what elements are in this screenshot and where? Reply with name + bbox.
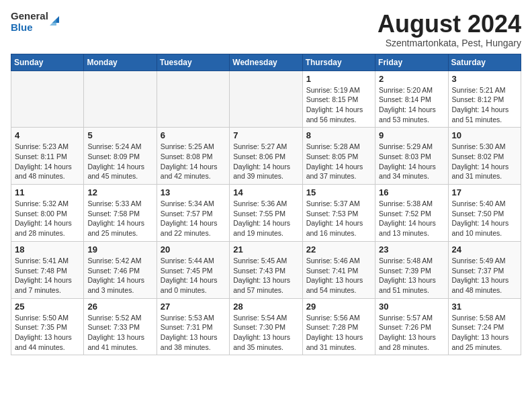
day-info: Sunrise: 5:50 AMSunset: 7:35 PMDaylight:… [15,313,80,353]
calendar-cell: 22Sunrise: 5:46 AMSunset: 7:41 PMDayligh… [302,241,375,298]
day-number: 1 [306,74,371,84]
calendar-cell: 18Sunrise: 5:41 AMSunset: 7:48 PMDayligh… [11,241,84,298]
calendar-cell: 29Sunrise: 5:56 AMSunset: 7:28 PMDayligh… [302,298,375,355]
day-info: Sunrise: 5:57 AMSunset: 7:26 PMDaylight:… [379,313,444,353]
day-info: Sunrise: 5:19 AMSunset: 8:15 PMDaylight:… [306,85,371,125]
calendar-week-row: 18Sunrise: 5:41 AMSunset: 7:48 PMDayligh… [11,241,521,298]
day-number: 23 [379,244,444,255]
day-info: Sunrise: 5:25 AMSunset: 8:08 PMDaylight:… [161,142,226,181]
day-info: Sunrise: 5:37 AMSunset: 7:53 PMDaylight:… [306,199,371,238]
day-info: Sunrise: 5:49 AMSunset: 7:37 PMDaylight:… [452,256,517,295]
calendar-cell: 5Sunrise: 5:24 AMSunset: 8:09 PMDaylight… [84,128,157,185]
day-info: Sunrise: 5:30 AMSunset: 8:02 PMDaylight:… [452,142,517,181]
location-subtitle: Szentmartonkata, Pest, Hungary [378,38,521,48]
day-number: 30 [379,302,444,312]
day-number: 21 [233,244,298,255]
day-number: 7 [233,130,298,140]
calendar-cell: 28Sunrise: 5:54 AMSunset: 7:30 PMDayligh… [230,298,302,355]
weekday-header: Monday [84,54,157,71]
day-number: 4 [15,130,80,140]
page-header: General Blue August 2024 Szentmartonkata… [11,11,521,48]
day-number: 6 [161,130,226,140]
title-block: August 2024 Szentmartonkata, Pest, Hunga… [378,11,521,48]
weekday-header: Tuesday [157,54,229,71]
calendar-week-row: 25Sunrise: 5:50 AMSunset: 7:35 PMDayligh… [11,298,521,355]
calendar-cell: 21Sunrise: 5:45 AMSunset: 7:43 PMDayligh… [230,241,302,298]
day-info: Sunrise: 5:28 AMSunset: 8:05 PMDaylight:… [306,142,371,181]
day-number: 26 [87,302,152,312]
calendar-cell: 27Sunrise: 5:53 AMSunset: 7:31 PMDayligh… [157,298,229,355]
weekday-header: Thursday [302,54,375,71]
calendar-cell [11,71,84,128]
day-info: Sunrise: 5:54 AMSunset: 7:30 PMDaylight:… [233,313,298,353]
day-number: 31 [452,302,517,312]
weekday-header: Saturday [448,54,521,71]
day-number: 15 [306,187,371,197]
day-number: 3 [452,74,517,84]
day-number: 19 [87,244,152,255]
calendar-cell [84,71,157,128]
svg-marker-1 [50,19,56,26]
day-info: Sunrise: 5:46 AMSunset: 7:41 PMDaylight:… [306,256,371,295]
day-info: Sunrise: 5:40 AMSunset: 7:50 PMDaylight:… [452,199,517,238]
day-info: Sunrise: 5:21 AMSunset: 8:12 PMDaylight:… [452,85,517,125]
calendar-cell: 20Sunrise: 5:44 AMSunset: 7:45 PMDayligh… [157,241,229,298]
weekday-header: Friday [375,54,448,71]
day-number: 5 [87,130,152,140]
day-info: Sunrise: 5:33 AMSunset: 7:58 PMDaylight:… [87,199,152,238]
calendar-cell: 31Sunrise: 5:58 AMSunset: 7:24 PMDayligh… [448,298,521,355]
calendar-cell [230,71,302,128]
day-number: 25 [15,302,80,312]
day-info: Sunrise: 5:20 AMSunset: 8:14 PMDaylight:… [379,85,444,125]
calendar-cell: 9Sunrise: 5:29 AMSunset: 8:03 PMDaylight… [375,128,448,185]
day-info: Sunrise: 5:52 AMSunset: 7:33 PMDaylight:… [87,313,152,353]
day-number: 8 [306,130,371,140]
calendar-cell: 10Sunrise: 5:30 AMSunset: 8:02 PMDayligh… [448,128,521,185]
calendar-week-row: 11Sunrise: 5:32 AMSunset: 8:00 PMDayligh… [11,185,521,242]
calendar-cell: 26Sunrise: 5:52 AMSunset: 7:33 PMDayligh… [84,298,157,355]
day-info: Sunrise: 5:58 AMSunset: 7:24 PMDaylight:… [452,313,517,353]
day-number: 9 [379,130,444,140]
day-info: Sunrise: 5:44 AMSunset: 7:45 PMDaylight:… [161,256,226,295]
calendar-cell: 11Sunrise: 5:32 AMSunset: 8:00 PMDayligh… [11,185,84,242]
day-number: 28 [233,302,298,312]
day-number: 29 [306,302,371,312]
day-info: Sunrise: 5:41 AMSunset: 7:48 PMDaylight:… [15,256,80,295]
day-number: 17 [452,187,517,197]
logo-triangle-icon [50,13,62,28]
calendar-cell: 19Sunrise: 5:42 AMSunset: 7:46 PMDayligh… [84,241,157,298]
day-info: Sunrise: 5:56 AMSunset: 7:28 PMDaylight:… [306,313,371,353]
calendar-cell: 24Sunrise: 5:49 AMSunset: 7:37 PMDayligh… [448,241,521,298]
calendar-cell: 13Sunrise: 5:34 AMSunset: 7:57 PMDayligh… [157,185,229,242]
day-info: Sunrise: 5:53 AMSunset: 7:31 PMDaylight:… [161,313,226,353]
calendar-cell: 16Sunrise: 5:38 AMSunset: 7:52 PMDayligh… [375,185,448,242]
calendar-cell: 4Sunrise: 5:23 AMSunset: 8:11 PMDaylight… [11,128,84,185]
calendar-table: SundayMondayTuesdayWednesdayThursdayFrid… [11,54,521,356]
day-info: Sunrise: 5:42 AMSunset: 7:46 PMDaylight:… [87,256,152,295]
calendar-cell: 25Sunrise: 5:50 AMSunset: 7:35 PMDayligh… [11,298,84,355]
logo-text: General Blue [11,11,62,33]
weekday-header: Sunday [11,54,84,71]
day-number: 16 [379,187,444,197]
day-number: 24 [452,244,517,255]
day-info: Sunrise: 5:38 AMSunset: 7:52 PMDaylight:… [379,199,444,238]
day-info: Sunrise: 5:29 AMSunset: 8:03 PMDaylight:… [379,142,444,181]
day-info: Sunrise: 5:27 AMSunset: 8:06 PMDaylight:… [233,142,298,181]
day-number: 20 [161,244,226,255]
day-number: 10 [452,130,517,140]
calendar-cell: 1Sunrise: 5:19 AMSunset: 8:15 PMDaylight… [302,71,375,128]
day-number: 18 [15,244,80,255]
day-info: Sunrise: 5:48 AMSunset: 7:39 PMDaylight:… [379,256,444,295]
day-number: 2 [379,74,444,84]
calendar-cell [157,71,229,128]
day-info: Sunrise: 5:36 AMSunset: 7:55 PMDaylight:… [233,199,298,238]
calendar-cell: 6Sunrise: 5:25 AMSunset: 8:08 PMDaylight… [157,128,229,185]
day-info: Sunrise: 5:34 AMSunset: 7:57 PMDaylight:… [161,199,226,238]
day-number: 22 [306,244,371,255]
logo-blue: Blue [11,22,48,34]
day-info: Sunrise: 5:32 AMSunset: 8:00 PMDaylight:… [15,199,80,238]
weekday-header: Wednesday [230,54,302,71]
day-info: Sunrise: 5:24 AMSunset: 8:09 PMDaylight:… [87,142,152,181]
day-number: 11 [15,187,80,197]
calendar-header-row: SundayMondayTuesdayWednesdayThursdayFrid… [11,54,521,71]
